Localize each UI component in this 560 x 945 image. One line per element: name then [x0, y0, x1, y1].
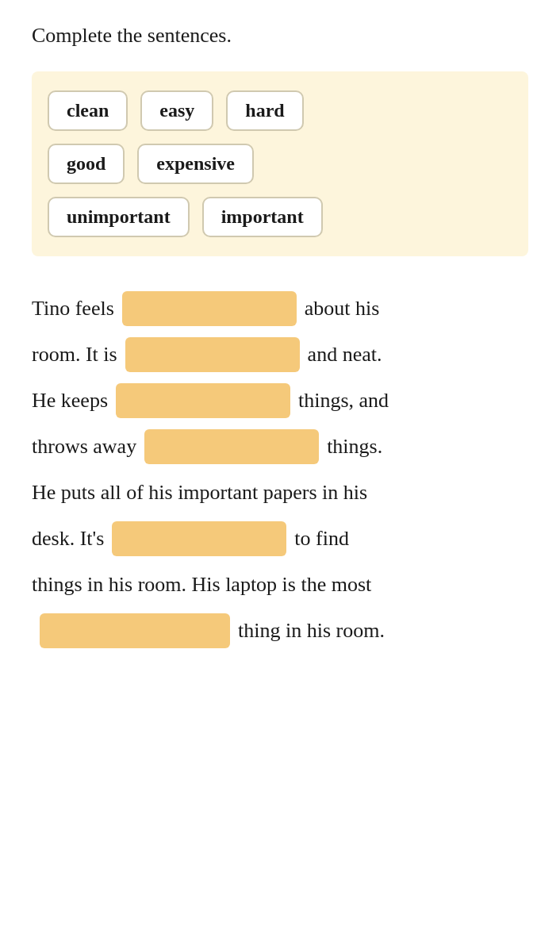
sentence-line-8: thing in his room. [32, 610, 528, 651]
blank-4[interactable] [144, 429, 319, 464]
word-chip-unimportant[interactable]: unimportant [48, 197, 190, 237]
sentence-text-6b: to find [294, 518, 349, 559]
sentence-text-3b: things, and [298, 380, 389, 421]
word-chip-expensive[interactable]: expensive [137, 144, 254, 184]
sentence-line-7: things in his room. His laptop is the mo… [32, 564, 528, 605]
sentence-text-6a: desk. It's [32, 518, 104, 559]
sentence-text-2a: room. It is [32, 334, 117, 375]
word-chip-hard[interactable]: hard [226, 90, 303, 131]
instruction-text: Complete the sentences. [32, 24, 528, 48]
word-chip-important[interactable]: important [202, 197, 323, 237]
sentence-line-5: He puts all of his important papers in h… [32, 472, 528, 513]
sentence-text-1a: Tino feels [32, 288, 114, 329]
sentence-line-6: desk. It's to find [32, 518, 528, 559]
blank-5[interactable] [112, 521, 286, 556]
word-chip-good[interactable]: good [48, 144, 125, 184]
sentence-text-4a: throws away [32, 426, 136, 467]
sentences-area: Tino feels about his room. It is and nea… [32, 288, 528, 656]
blank-2[interactable] [125, 337, 300, 372]
sentence-text-8b: thing in his room. [238, 610, 385, 651]
sentence-text-3a: He keeps [32, 380, 108, 421]
sentence-text-4b: things. [327, 426, 382, 467]
sentence-text-1b: about his [305, 288, 380, 329]
sentence-text-2b: and neat. [308, 334, 382, 375]
word-bank: clean easy hard good expensive unimporta… [32, 71, 528, 256]
sentence-text-7: things in his room. His laptop is the mo… [32, 564, 371, 605]
blank-1[interactable] [122, 291, 297, 326]
sentence-line-3: He keeps things, and [32, 380, 528, 421]
sentence-line-4: throws away things. [32, 426, 528, 467]
word-chip-clean[interactable]: clean [48, 90, 128, 131]
sentence-text-5: He puts all of his important papers in h… [32, 472, 367, 513]
word-row-1: clean easy hard [48, 90, 512, 131]
blank-3[interactable] [116, 383, 290, 418]
blank-6[interactable] [40, 613, 230, 648]
word-row-2: good expensive [48, 144, 512, 184]
sentence-line-1: Tino feels about his [32, 288, 528, 329]
word-chip-easy[interactable]: easy [140, 90, 213, 131]
word-row-3: unimportant important [48, 197, 512, 237]
sentence-line-2: room. It is and neat. [32, 334, 528, 375]
